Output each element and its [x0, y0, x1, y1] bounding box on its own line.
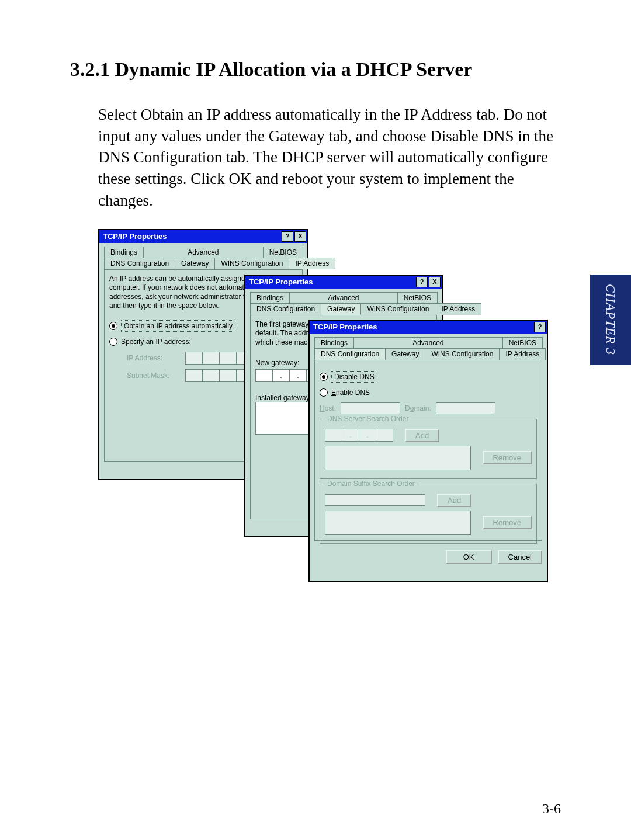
section-heading: 3.2.1 Dynamic IP Allocation via a DHCP S… — [70, 58, 561, 81]
window-title: TCP/IP Properties — [249, 277, 313, 286]
label-new-gateway: ew gateway: — [261, 359, 300, 367]
tab-ip-address[interactable]: IP Address — [435, 303, 481, 315]
tab-ip-address[interactable]: IP Address — [499, 348, 546, 360]
radio-obtain-auto-label: btain an IP address automaticall — [129, 322, 229, 330]
page-number: 3-6 — [542, 801, 561, 817]
label-subnet-mask: Subnet Mask: — [127, 372, 179, 380]
dns-add-button: Add — [405, 429, 439, 442]
tab-netbios[interactable]: NetBIOS — [263, 247, 303, 258]
tab-bindings[interactable]: Bindings — [104, 247, 144, 258]
radio-enable-dns[interactable] — [320, 388, 328, 397]
tab-gateway[interactable]: Gateway — [321, 303, 361, 315]
help-icon[interactable]: ? — [416, 277, 428, 287]
window-title: TCP/IP Properties — [103, 232, 167, 241]
close-icon[interactable]: X — [294, 231, 306, 242]
chapter-side-tab-label: CHAPTER 3 — [603, 284, 618, 355]
tcpip-properties-dns-dialog: TCP/IP Properties ? Bindings Advanced Ne… — [308, 320, 548, 582]
suffix-remove-button: Remove — [483, 516, 532, 529]
tab-wins-configuration[interactable]: WINS Configuration — [425, 348, 500, 360]
input-subnet-mask — [185, 369, 254, 382]
input-ip-address — [185, 352, 254, 365]
ok-button[interactable]: OK — [446, 550, 492, 564]
tab-netbios[interactable]: NetBIOS — [397, 292, 438, 303]
radio-specify-ip[interactable] — [109, 338, 117, 346]
list-domain-suffixes — [325, 511, 471, 535]
help-icon[interactable]: ? — [282, 231, 293, 242]
tab-dns-configuration[interactable]: DNS Configuration — [314, 348, 386, 360]
tab-netbios[interactable]: NetBIOS — [502, 337, 543, 348]
help-icon[interactable]: ? — [534, 322, 546, 332]
label-ip-address: IP Address: — [127, 354, 179, 362]
tab-bindings[interactable]: Bindings — [250, 292, 290, 303]
screenshot-figure: TCP/IP Properties ? X Bindings Advanced … — [98, 229, 548, 591]
input-host — [341, 402, 400, 414]
list-dns-servers — [325, 446, 471, 470]
tab-dns-configuration[interactable]: DNS Configuration — [250, 303, 321, 315]
tab-gateway[interactable]: Gateway — [385, 348, 425, 360]
tab-wins-configuration[interactable]: WINS Configuration — [214, 258, 289, 269]
group-dns-search-order: DNS Server Search Order — [325, 415, 411, 423]
radio-obtain-auto[interactable] — [109, 322, 117, 330]
label-installed-gateways: nstalled gateways: — [257, 394, 315, 402]
radio-enable-dns-label: nable DNS — [336, 388, 370, 397]
window-title: TCP/IP Properties — [313, 322, 377, 331]
tab-ip-address[interactable]: IP Address — [289, 258, 335, 269]
tab-bindings[interactable]: Bindings — [314, 337, 354, 348]
tab-advanced[interactable]: Advanced — [143, 247, 264, 258]
input-dns-server: .. — [325, 429, 393, 442]
tab-dns-configuration[interactable]: DNS Configuration — [104, 258, 175, 269]
tab-gateway[interactable]: Gateway — [175, 258, 215, 269]
input-domain-suffix — [325, 494, 425, 506]
radio-specify-ip-label: pecify an IP address: — [126, 338, 191, 346]
body-paragraph: Select Obtain an IP address automaticall… — [70, 104, 561, 211]
group-domain-suffix-order: Domain Suffix Search Order — [325, 480, 417, 488]
radio-disable-dns[interactable] — [320, 373, 328, 381]
tab-advanced[interactable]: Advanced — [289, 292, 398, 303]
tab-advanced[interactable]: Advanced — [353, 337, 503, 348]
dns-remove-button: Remove — [483, 451, 532, 464]
input-domain — [436, 402, 495, 414]
radio-disable-dns-label: isable DNS — [339, 373, 375, 381]
tab-wins-configuration[interactable]: WINS Configuration — [360, 303, 435, 315]
cancel-button[interactable]: Cancel — [498, 550, 542, 564]
close-icon[interactable]: X — [429, 277, 441, 287]
chapter-side-tab: CHAPTER 3 — [590, 275, 631, 365]
suffix-add-button: Add — [437, 494, 471, 507]
